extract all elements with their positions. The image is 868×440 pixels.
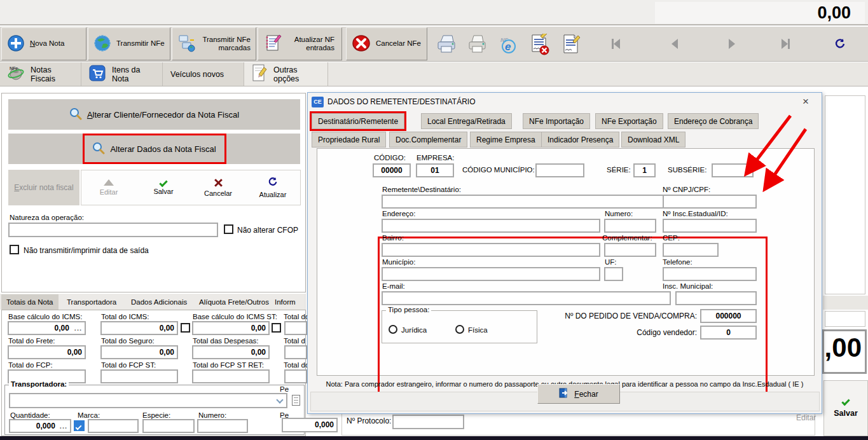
dtab-download-xml[interactable]: Download XML: [621, 132, 685, 148]
total-fcp-st-ret-input[interactable]: [192, 369, 270, 383]
tab-outras-opcoes[interactable]: Outras opções: [244, 62, 328, 86]
dtab-propriedade-rural[interactable]: Propriedade Rural: [312, 132, 386, 148]
cod-municipio-input[interactable]: [535, 163, 584, 177]
nfe-web-icon[interactable]: NFe: [496, 32, 521, 57]
refresh-icon[interactable]: [832, 36, 848, 52]
cnpj-input[interactable]: [663, 195, 757, 209]
transportadora-combobox[interactable]: [9, 393, 287, 408]
nav-next-icon[interactable]: [724, 36, 740, 52]
endereco-input[interactable]: [382, 219, 600, 233]
tab-notas-fiscais[interactable]: NFe Notas Fiscais: [0, 62, 81, 86]
subtab-informacoes[interactable]: Inform: [270, 294, 301, 310]
total-frete-input[interactable]: 0,00: [8, 345, 86, 359]
dtab-local-entrega[interactable]: Local Entrega/Retirada: [421, 113, 512, 129]
complementar-input[interactable]: [604, 243, 656, 257]
peso-value-input[interactable]: 0,000: [282, 418, 338, 432]
dtab-nfe-importacao[interactable]: NFe Importação: [523, 113, 590, 129]
subserie-input[interactable]: [712, 163, 754, 177]
numero-input[interactable]: [197, 419, 248, 433]
alterar-dados-button[interactable]: Alterar Dados da Nota Fiscal: [8, 134, 300, 164]
total-despesas-input[interactable]: 0,00: [192, 345, 270, 359]
numero-input-dlg[interactable]: [604, 219, 656, 233]
email-input[interactable]: [382, 291, 671, 305]
total-icms-input[interactable]: 0,00: [100, 321, 178, 335]
cut-input[interactable]: [284, 345, 307, 359]
doc-edit-icon[interactable]: [558, 32, 584, 57]
base-icms-st-checkbox[interactable]: [272, 323, 281, 333]
insc-municipal-input[interactable]: [675, 291, 757, 305]
doc-lookup-icon[interactable]: [292, 395, 300, 406]
right-small-panel: [825, 311, 865, 327]
ellipsis-button[interactable]: ...: [60, 420, 67, 432]
quantidade-input[interactable]: 0,000...: [9, 419, 71, 433]
codigo-input[interactable]: 00000: [373, 163, 411, 177]
header-total-display: 0,00: [655, 2, 865, 24]
subtab-transportadora[interactable]: Transportadora: [62, 294, 121, 310]
dtab-endereco-cobranca[interactable]: Endereço de Cobrança: [668, 113, 759, 129]
excluir-nota-button[interactable]: Excluir nota fiscal: [8, 170, 79, 205]
insc-estadual-input[interactable]: [663, 219, 757, 233]
total-fcp-st-input[interactable]: [100, 369, 178, 383]
base-icms-input[interactable]: 0,00...: [8, 321, 86, 335]
cut-input[interactable]: [284, 369, 307, 383]
close-icon[interactable]: ×: [799, 95, 813, 109]
nav-last-icon[interactable]: [777, 36, 794, 52]
print-danfe-icon[interactable]: [434, 32, 459, 57]
tab-veiculos-novos[interactable]: Veículos novos: [163, 62, 244, 86]
empresa-input[interactable]: 01: [416, 163, 454, 177]
remetente-input[interactable]: [382, 195, 669, 209]
natureza-input[interactable]: [8, 223, 218, 237]
quantidade-checkbox-checked[interactable]: [74, 420, 85, 431]
transmitir-marcadas-button[interactable]: Transmitir NFe marcadas: [172, 27, 256, 60]
vendedor-input[interactable]: 0: [700, 326, 757, 340]
cancelar-button[interactable]: Cancelar: [191, 170, 245, 205]
total-icms-checkbox[interactable]: [181, 323, 190, 333]
uf-input[interactable]: [604, 267, 623, 281]
fechar-button[interactable]: Fechar: [537, 384, 620, 404]
telefone-input[interactable]: [663, 267, 757, 281]
dtab-nfe-exportacao[interactable]: NFe Exportação: [595, 113, 663, 129]
fisica-radio[interactable]: [455, 325, 464, 334]
marca-input[interactable]: [88, 419, 139, 433]
atualizar-button[interactable]: Atualizar: [245, 170, 300, 205]
doc-delete-icon[interactable]: [527, 32, 552, 57]
alterar-cliente-button[interactable]: Alterar Cliente/Fornecedor da Nota Fisca…: [8, 99, 300, 130]
salvar-button[interactable]: Salvar: [136, 170, 191, 205]
nova-nota-button[interactable]: Nova Nota: [1, 27, 86, 60]
cep-input[interactable]: [663, 243, 719, 257]
nav-prev-icon[interactable]: [666, 36, 683, 52]
chevron-down-icon: [276, 396, 283, 403]
juridica-radio[interactable]: [389, 325, 397, 334]
municipio-input[interactable]: [382, 267, 600, 281]
dialog-titlebar[interactable]: CE DADOS DO REMETENTE/DESTINATÁRIO: [308, 93, 822, 111]
dtab-destinatario[interactable]: Destinatário/Remetente: [312, 113, 404, 129]
dtab-indicador-presenca[interactable]: Indicador Presença: [541, 132, 619, 148]
subtab-totais[interactable]: Totais da Nota: [1, 294, 59, 310]
salvar-side-button[interactable]: Salvar: [823, 380, 868, 436]
atualizar-entradas-button[interactable]: Atualizar NF entradas: [258, 27, 342, 60]
bairro-input[interactable]: [382, 243, 600, 257]
dtab-regime-empresa[interactable]: Regime Empresa: [470, 132, 542, 148]
nao-transmitir-checkbox[interactable]: [10, 245, 19, 254]
serie-input[interactable]: 1: [633, 163, 656, 177]
pedido-input[interactable]: 000000: [700, 309, 757, 323]
tab-itens-da-nota[interactable]: Itens da Nota: [81, 62, 163, 86]
nao-alterar-cfop-checkbox[interactable]: [224, 224, 233, 234]
total-seguro-input[interactable]: 0,00: [100, 345, 178, 359]
numero-label: Numero:: [605, 210, 633, 217]
subtab-dados-adicionais[interactable]: Dados Adicionais: [126, 294, 192, 310]
dtab-doc-complementar[interactable]: Doc.Complementar: [389, 132, 467, 148]
dtab-label: Doc.Complementar: [396, 135, 461, 144]
editar-button[interactable]: Editar: [81, 170, 136, 205]
especie-input[interactable]: [142, 419, 195, 433]
cut-input[interactable]: [284, 321, 307, 335]
protocolo-input[interactable]: [392, 415, 464, 429]
subtab-aliquota[interactable]: Alíquota Frete/Outros: [194, 294, 274, 310]
base-icms-st-input[interactable]: 0,00: [192, 321, 270, 335]
editar-ghost-label[interactable]: Editar: [796, 413, 816, 422]
ellipsis-button[interactable]: ...: [74, 322, 82, 334]
transmitir-nfe-button[interactable]: Transmitir NFe: [88, 27, 170, 60]
print-alt-icon[interactable]: [464, 32, 490, 57]
nav-first-icon[interactable]: [607, 36, 624, 52]
cancelar-nfe-button[interactable]: Cancelar NFe: [346, 27, 427, 60]
